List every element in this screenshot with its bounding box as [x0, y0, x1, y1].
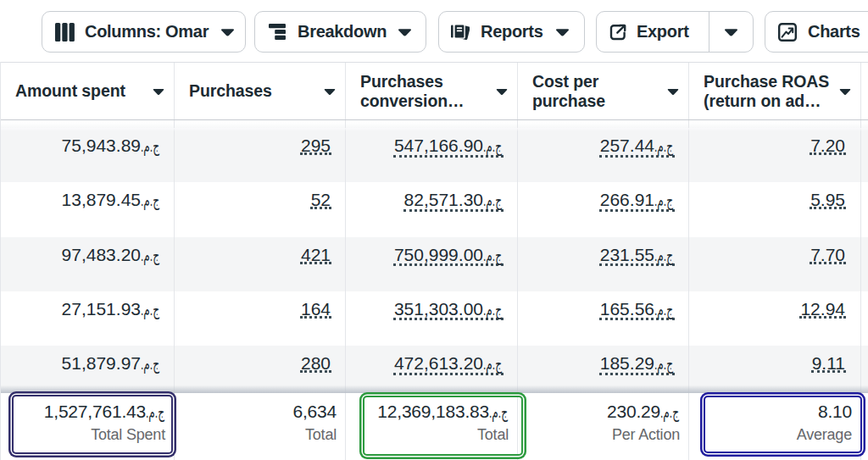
cell-cost-per-purchase: 231.55.م.ج: [518, 237, 689, 291]
cell-purchases: 295: [175, 128, 346, 182]
reports-icon: [451, 23, 470, 42]
column-header-spacer: [861, 63, 868, 119]
metric-link[interactable]: 5.95: [810, 192, 846, 209]
charts-button[interactable]: Charts: [765, 11, 868, 53]
export-icon: [609, 24, 626, 41]
table-row[interactable]: 75,943.89.م.ج 295 547,166.90.م.ج 257.44.…: [1, 128, 868, 182]
sort-caret-icon[interactable]: [667, 88, 679, 95]
currency-suffix: .م.ج: [141, 138, 153, 155]
cell-amount-spent: 13,879.45.م.ج: [1, 182, 175, 236]
metric-link[interactable]: 7.70: [810, 247, 846, 264]
export-caret-icon: [724, 28, 738, 36]
metric-link[interactable]: 421: [300, 247, 331, 264]
metric-link[interactable]: 280: [300, 356, 331, 373]
currency-suffix: .م.ج: [483, 247, 495, 264]
cell-amount-spent: 97,483.20.م.ج: [1, 237, 175, 291]
cell-cost-per-purchase: 266.91.م.ج: [518, 182, 689, 236]
metric-link[interactable]: 547,166.90.م.ج: [393, 138, 504, 158]
total-label: Per Action: [523, 426, 680, 444]
table-row[interactable]: 13,879.45.م.ج 52 82,571.30.م.ج 266.91.م.…: [1, 182, 868, 236]
cell-amount-spent: 27,151.93.م.ج: [1, 291, 175, 346]
columns-button-label: Columns: Omar: [85, 22, 209, 42]
reports-button[interactable]: Reports: [438, 11, 585, 53]
currency-suffix: .م.ج: [483, 356, 495, 373]
annotation-box-roas-average: [704, 396, 862, 453]
column-header-label: (return on ad…: [704, 91, 838, 111]
total-cost-per-purchase: 230.29.م.ج Per Action: [518, 393, 689, 460]
breakdown-button[interactable]: Breakdown: [254, 11, 426, 53]
cell-purchases: 164: [175, 291, 346, 346]
column-header-purchases[interactable]: Purchases: [175, 63, 346, 119]
currency-suffix: .م.ج: [141, 192, 153, 209]
column-header-label: purchase: [532, 91, 666, 111]
export-button[interactable]: Export: [597, 22, 709, 42]
metric-link[interactable]: 295: [300, 138, 331, 155]
currency-suffix: .م.ج: [483, 192, 495, 209]
metric-link[interactable]: 82,571.30.م.ج: [403, 192, 504, 212]
currency-suffix: .م.ج: [654, 138, 666, 155]
metric-link[interactable]: 52: [310, 192, 331, 209]
cell-purchase-roas: 7.20: [689, 128, 861, 182]
table-row[interactable]: 27,151.93.م.ج 164 351,303.00.م.ج 165.56.…: [1, 291, 868, 346]
cell-cost-per-purchase: 257.44.م.ج: [518, 128, 689, 182]
cell-purchase-roas: 12.94: [689, 291, 861, 346]
currency-suffix: .م.ج: [654, 302, 666, 319]
cell-purchases-conversion-value: 547,166.90.م.ج: [346, 128, 518, 182]
columns-button[interactable]: Columns: Omar: [42, 11, 246, 53]
metric-link[interactable]: 750,999.00.م.ج: [393, 247, 504, 267]
column-header-label: Purchase ROAS: [704, 72, 838, 91]
column-header-cost-per-purchase[interactable]: Cost per purchase: [518, 63, 689, 119]
charts-icon: [778, 23, 797, 42]
metric-link[interactable]: 12.94: [799, 302, 846, 319]
sort-caret-icon[interactable]: [153, 88, 164, 95]
breakdown-icon: [269, 24, 286, 40]
breakdown-caret-icon: [398, 28, 412, 36]
reports-caret-icon: [555, 28, 570, 36]
sort-caret-icon[interactable]: [839, 88, 851, 95]
currency-suffix: .م.ج: [654, 356, 666, 373]
metric-link[interactable]: 9.11: [811, 356, 846, 373]
cell-purchases: 52: [175, 182, 346, 236]
total-purchases: 6,634 Total: [175, 393, 346, 460]
currency-suffix: .م.ج: [654, 247, 666, 264]
cell-purchases-conversion-value: 82,571.30.م.ج: [346, 182, 518, 236]
metric-link[interactable]: 231.55.م.ج: [599, 247, 675, 267]
metric-link[interactable]: 266.91.م.ج: [599, 192, 675, 212]
total-value: 230.29.م.ج: [523, 402, 680, 422]
sort-caret-icon[interactable]: [496, 88, 508, 95]
toolbar: Columns: Omar Breakdown: [0, 0, 868, 62]
export-button-label: Export: [637, 22, 689, 42]
column-header-purchase-roas[interactable]: Purchase ROAS (return on ad…: [689, 63, 861, 119]
columns-icon: [55, 23, 75, 42]
cell-purchases-conversion-value: 750,999.00.م.ج: [346, 237, 518, 291]
total-label: Total: [180, 426, 337, 444]
metric-link[interactable]: 472,613.20.م.ج: [393, 356, 504, 375]
annotation-box-total-spent: [12, 395, 174, 454]
currency-suffix: .م.ج: [141, 302, 153, 319]
export-options-button[interactable]: [709, 28, 753, 36]
table-row[interactable]: 97,483.20.م.ج 421 750,999.00.م.ج 231.55.…: [1, 237, 868, 291]
table-body: 75,943.89.م.ج 295 547,166.90.م.ج 257.44.…: [1, 120, 868, 400]
currency-suffix: .م.ج: [141, 247, 153, 264]
cell-amount-spent: 75,943.89.م.ج: [1, 128, 175, 182]
metric-link[interactable]: 165.56.م.ج: [599, 302, 675, 321]
column-header-label: Purchases: [360, 72, 495, 91]
charts-button-label: Charts: [808, 22, 860, 42]
currency-suffix: .م.ج: [141, 356, 153, 373]
metric-link[interactable]: 351,303.00.م.ج: [393, 302, 504, 321]
metric-link[interactable]: 7.20: [810, 138, 846, 155]
column-header-label: Cost per: [532, 72, 666, 91]
currency-suffix: .م.ج: [660, 404, 672, 421]
metric-link[interactable]: 185.29.م.ج: [599, 356, 675, 375]
table-header-row: Amount spent Purchases Purchases convers…: [1, 62, 868, 120]
column-header-amount-spent[interactable]: Amount spent: [1, 63, 175, 119]
currency-suffix: .م.ج: [483, 138, 495, 155]
cell-purchases-conversion-value: 351,303.00.م.ج: [346, 291, 518, 346]
metric-link[interactable]: 164: [300, 302, 331, 319]
column-header-label: Purchases: [189, 81, 323, 101]
currency-suffix: .م.ج: [483, 302, 495, 319]
column-header-purchases-conversion-value[interactable]: Purchases conversion…: [346, 63, 518, 119]
sort-caret-icon[interactable]: [324, 88, 336, 95]
metric-link[interactable]: 257.44.م.ج: [599, 138, 675, 158]
cell-purchase-roas: 7.70: [689, 237, 861, 291]
